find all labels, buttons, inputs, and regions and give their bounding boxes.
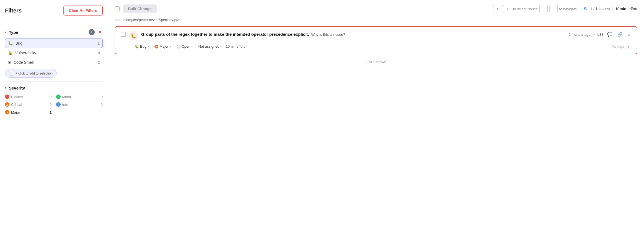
refresh-icon[interactable]: ↻: [584, 6, 588, 12]
type-clear-button[interactable]: ✕: [97, 30, 103, 35]
severity-item-major[interactable]: ▲ Major 1: [5, 109, 52, 115]
filter-bug-count: 1: [98, 41, 100, 45]
severity-minor-label: Minor: [62, 95, 71, 99]
tag-bug-icon: 🐛: [135, 44, 139, 48]
link-icon[interactable]: 🔗: [616, 31, 624, 37]
bulk-change-button[interactable]: Bulk Change: [123, 4, 157, 13]
divider-top: [5, 25, 103, 25]
nav-right-button[interactable]: →: [549, 5, 558, 13]
filter-smell-count: 2: [98, 60, 100, 65]
main-content: Bulk Change ↑ ↓ to select issues ← → to …: [108, 0, 644, 240]
severity-info-label: Info: [62, 103, 68, 107]
type-section-header[interactable]: ▾ Type 1 ✕: [5, 29, 103, 35]
issue-card: 🐛 Group parts of the regex together to m…: [115, 26, 637, 54]
shown-count: 1 of 1 shown: [115, 58, 637, 66]
minor-icon: ✓: [56, 95, 61, 99]
filter-item-code-smell[interactable]: ⊗ Code Smell 2: [5, 58, 103, 67]
bulk-select-checkbox[interactable]: [115, 6, 120, 11]
comment-icon[interactable]: 💬: [606, 31, 614, 37]
severity-critical-count: 0: [50, 103, 51, 107]
tag-type-label: Bug: [140, 44, 146, 48]
type-dropdown-icon: ▾: [148, 45, 149, 48]
severity-item-info[interactable]: i Info 0: [56, 101, 103, 108]
code-smell-icon: ⊗: [8, 60, 11, 65]
effort-suffix: effort: [628, 7, 637, 11]
divider-middle: [5, 81, 103, 82]
filter-vuln-label: Vulnerability: [15, 51, 36, 55]
issue-tags-row: 🐛 Bug ▾ ▲ Major ▾ Open ▾ Not assigned ▾ …: [121, 44, 631, 49]
info-icon: i: [56, 102, 61, 107]
severity-minor-count: 0: [101, 95, 103, 99]
type-badge: 1: [89, 29, 95, 35]
critical-icon: ▲: [5, 102, 9, 107]
severity-section-header[interactable]: ▾ Severity: [5, 86, 103, 90]
severity-major-label: Major: [11, 110, 20, 114]
tag-severity-label: Major: [159, 44, 169, 48]
severity-dropdown-icon: ▾: [170, 45, 171, 48]
nav-controls: ↑ ↓ to select issues ← → to navigate: [493, 5, 577, 13]
clear-filters-button[interactable]: Clear All Filters: [63, 6, 103, 16]
blocker-icon: —: [5, 95, 9, 99]
filter-bug-label: Bug: [16, 41, 22, 45]
nav-down-button[interactable]: ↓: [503, 5, 511, 13]
issue-title: Group parts of the regex together to mak…: [141, 31, 565, 37]
status-dropdown-icon: ▾: [191, 45, 193, 48]
severity-item-critical[interactable]: ▲ Critical 0: [5, 101, 52, 108]
issue-meta-right: 2 months ago ▾ L33 💬 🔗 ≡: [569, 31, 631, 37]
lock-icon: 🔒: [8, 50, 13, 55]
sidebar-title: Filters: [5, 7, 22, 14]
nav-up-button[interactable]: ↑: [493, 5, 501, 13]
severity-section-label: Severity: [9, 86, 103, 90]
type-section-label: Type: [9, 30, 86, 35]
issue-bug-icon: 🐛: [129, 31, 138, 40]
issue-select-checkbox[interactable]: [121, 32, 126, 37]
type-chevron-icon: ▾: [5, 30, 7, 34]
sidebar-header: Filters Clear All Filters: [5, 6, 103, 16]
why-link[interactable]: Why is this an issue?: [311, 32, 345, 37]
nav-left-button[interactable]: ←: [539, 5, 548, 13]
issue-assignee-button[interactable]: Not assigned ▾: [197, 44, 223, 49]
options-icon[interactable]: ≡: [627, 32, 631, 37]
effort-value: 10min: [615, 7, 626, 11]
select-hint: to select issues: [513, 7, 538, 11]
file-path: src/.../samples/petclinic/vet/Specialty.…: [115, 17, 637, 23]
tag-open-icon: [177, 45, 181, 48]
severity-grid: — Blocker 0 ✓ Minor 0 ▲ Critical 0 i Inf…: [5, 94, 103, 115]
filter-item-vulnerability[interactable]: 🔒 Vulnerability 0: [5, 48, 103, 57]
issue-time: 2 months ago: [569, 32, 591, 37]
filter-vuln-count: 0: [98, 51, 100, 55]
navigate-hint: to navigate: [559, 7, 577, 11]
severity-chevron-icon: ▾: [5, 86, 7, 90]
cmd-hint: ⌘ + click to add to selection: [5, 69, 57, 78]
no-tags-label: No tags: [612, 44, 624, 48]
severity-blocker-label: Blocker: [11, 95, 23, 99]
severity-item-minor[interactable]: ✓ Minor 0: [56, 94, 103, 100]
tag-major-icon: ▲: [154, 45, 158, 48]
tag-assignee-label: Not assigned: [198, 44, 219, 48]
issue-status-button[interactable]: Open ▾: [175, 44, 195, 49]
severity-item-blocker[interactable]: — Blocker 0: [5, 94, 52, 100]
time-dropdown-icon[interactable]: ▾: [593, 33, 595, 36]
issue-effort: 10min effort: [226, 44, 244, 48]
severity-critical-label: Critical: [11, 103, 22, 107]
severity-major-count: 1: [50, 110, 51, 114]
severity-info-count: 0: [101, 103, 103, 107]
issue-count-info: ↻ 1 / 1 issues | 10min effort: [580, 6, 637, 12]
type-section: ▾ Type 1 ✕ 🐛 Bug 1 🔒 Vulnerability 0 ⊗ C…: [5, 29, 103, 78]
cmd-key-icon: ⌘: [9, 71, 14, 76]
no-tags-area: No tags +: [612, 44, 631, 49]
add-tag-button[interactable]: +: [626, 44, 631, 49]
issue-severity-button[interactable]: ▲ Major ▾: [153, 44, 173, 49]
severity-blocker-count: 0: [50, 95, 51, 99]
bug-icon: 🐛: [8, 41, 13, 46]
cmd-hint-text: + click to add to selection: [16, 72, 53, 75]
sidebar: Filters Clear All Filters ▾ Type 1 ✕ 🐛 B…: [0, 0, 108, 240]
assignee-dropdown-icon: ▾: [220, 45, 222, 48]
issue-line: L33: [597, 32, 604, 37]
filter-item-bug[interactable]: 🐛 Bug 1: [5, 39, 103, 48]
divider-pipe: |: [612, 7, 613, 11]
major-icon: ▲: [5, 110, 9, 114]
issue-type-button[interactable]: 🐛 Bug ▾: [133, 44, 151, 49]
issue-card-main-row: 🐛 Group parts of the regex together to m…: [121, 31, 631, 40]
filter-smell-label: Code Smell: [14, 60, 34, 65]
